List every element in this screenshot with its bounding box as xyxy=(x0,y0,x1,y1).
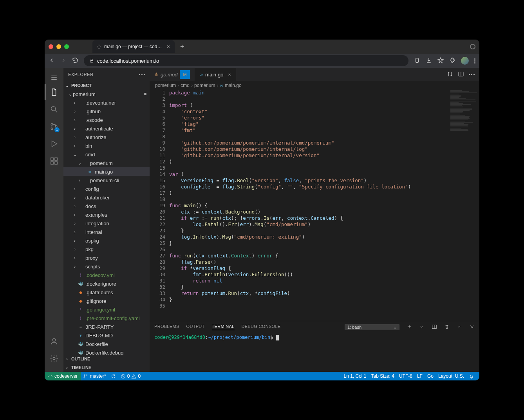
terminal-selector[interactable]: 1: bash ⌄ xyxy=(345,324,399,330)
editor-more-icon[interactable] xyxy=(469,74,475,75)
tree-folder[interactable]: ›examples xyxy=(63,210,150,219)
new-terminal-icon[interactable] xyxy=(407,324,412,330)
tree-folder[interactable]: ›pkg xyxy=(63,245,150,253)
editor-tab[interactable]: ⋔go.modM xyxy=(150,68,195,81)
tree-folder[interactable]: ›internal xyxy=(63,228,150,236)
tree-folder[interactable]: ›config xyxy=(63,185,150,193)
tree-folder[interactable]: ›scripts xyxy=(63,262,150,271)
tree-folder[interactable]: ›ospkg xyxy=(63,236,150,245)
tree-file[interactable]: ◆.gitattributes xyxy=(63,288,150,297)
compare-icon[interactable] xyxy=(447,71,453,78)
svg-rect-7 xyxy=(55,158,57,160)
tree-folder[interactable]: ⌄cmd xyxy=(63,150,150,159)
star-icon[interactable] xyxy=(437,57,444,65)
code-editor[interactable]: 1234567891011121314151617181920212223242… xyxy=(150,90,479,321)
split-editor-icon[interactable] xyxy=(458,71,464,78)
split-terminal-icon[interactable] xyxy=(419,324,425,330)
tree-folder[interactable]: ›.github xyxy=(63,107,150,116)
tree-file[interactable]: ◆.gitignore xyxy=(63,297,150,305)
close-panel-icon[interactable] xyxy=(469,324,475,330)
extensions-icon[interactable] xyxy=(449,57,455,65)
breadcrumb[interactable]: pomerium›cmd›pomerium›∞ main.go xyxy=(150,81,479,90)
tree-folder[interactable]: ›.vscode xyxy=(63,116,150,124)
tree-file[interactable]: 🐳Dockerfile.debug xyxy=(63,348,150,355)
lock-icon xyxy=(89,58,94,63)
maximize-panel-icon[interactable] xyxy=(457,324,462,330)
back-button[interactable] xyxy=(49,57,55,65)
tree-folder[interactable]: ⌄pomerium xyxy=(63,159,150,167)
encoding[interactable]: UTF-8 xyxy=(397,372,415,380)
tree-file[interactable]: ▾DEBUG.MD xyxy=(63,331,150,340)
tree-file[interactable]: !.pre-commit-config.yaml xyxy=(63,314,150,322)
git-branch[interactable]: master* xyxy=(81,372,108,380)
section-outline[interactable]: ›OUTLINE xyxy=(63,355,150,363)
tree-file[interactable]: 🐳.dockerignore xyxy=(63,279,150,288)
new-tab-button[interactable]: + xyxy=(180,43,184,51)
app-menu-icon[interactable] xyxy=(45,71,63,84)
source-control-icon[interactable]: 1 xyxy=(45,119,63,134)
kill-terminal-icon[interactable] xyxy=(444,324,450,330)
tree-root[interactable]: ⌄pomerium xyxy=(63,90,150,98)
sidebar-more-icon[interactable] xyxy=(139,74,145,75)
close-window[interactable] xyxy=(49,44,53,49)
extensions-view-icon[interactable] xyxy=(45,153,63,169)
layout-terminal-icon[interactable] xyxy=(432,324,437,330)
minimap[interactable] xyxy=(448,90,479,321)
settings-gear-icon[interactable] xyxy=(45,351,63,366)
minimize-window[interactable] xyxy=(56,44,61,49)
tree-folder[interactable]: ›authenticate xyxy=(63,124,150,133)
keyboard-layout[interactable]: Layout: U.S. xyxy=(436,372,466,380)
tree-folder[interactable]: ›pomerium-cli xyxy=(63,176,150,185)
forward-button[interactable] xyxy=(60,57,67,65)
tree-file[interactable]: !.golangci.yml xyxy=(63,305,150,314)
run-debug-icon[interactable] xyxy=(45,136,63,152)
tree-folder[interactable]: ›proxy xyxy=(63,253,150,262)
notifications-icon[interactable] xyxy=(466,372,476,380)
accounts-icon[interactable] xyxy=(45,333,63,349)
tree-folder[interactable]: ›integration xyxy=(63,219,150,228)
section-timeline[interactable]: ›TIMELINE xyxy=(63,363,150,372)
tree-file[interactable]: !.codecov.yml xyxy=(63,271,150,279)
language-mode[interactable]: Go xyxy=(425,372,436,380)
profile-avatar[interactable] xyxy=(461,57,469,65)
kebab-menu-icon[interactable] xyxy=(474,58,475,63)
browser-navbar: code.localhost.pomerium.io xyxy=(45,54,479,68)
panel-tab[interactable]: TERMINAL xyxy=(212,324,235,330)
editor-tab[interactable]: ∞main.go× xyxy=(195,68,236,81)
panel-tab[interactable]: OUTPUT xyxy=(186,324,205,330)
remote-indicator[interactable]: codeserver xyxy=(45,372,81,380)
maximize-window[interactable] xyxy=(64,44,69,49)
section-project[interactable]: ⌄PROJECT xyxy=(63,81,150,90)
panel-tab[interactable]: PROBLEMS xyxy=(154,324,179,330)
panel-tab[interactable]: DEBUG CONSOLE xyxy=(242,324,281,330)
eol[interactable]: LF xyxy=(415,372,425,380)
cursor-position[interactable]: Ln 1, Col 1 xyxy=(342,372,369,380)
chevron-icon[interactable] xyxy=(470,44,475,49)
svg-rect-9 xyxy=(55,162,57,164)
download-icon[interactable] xyxy=(426,57,432,65)
close-tab-icon[interactable]: × xyxy=(228,72,231,78)
terminal-body[interactable]: coder@929f14a68fd0:~/project/pomerium/bi… xyxy=(150,333,479,372)
browser-tab[interactable]: ⟨⟩ main.go — project — code-serv × xyxy=(92,40,175,53)
svg-rect-0 xyxy=(90,61,93,63)
clipboard-icon[interactable] xyxy=(414,57,420,65)
tree-folder[interactable]: ›authorize xyxy=(63,133,150,141)
svg-point-14 xyxy=(84,375,85,375)
search-icon[interactable] xyxy=(45,101,63,117)
tree-file[interactable]: ∞main.go xyxy=(63,167,150,176)
reload-button[interactable] xyxy=(72,57,78,65)
address-bar[interactable]: code.localhost.pomerium.io xyxy=(84,55,408,66)
code-content[interactable]: package main import ( "context" "errors"… xyxy=(169,90,479,321)
tree-file[interactable]: ≡3RD-PARTY xyxy=(63,322,150,331)
sync-button[interactable] xyxy=(108,372,118,380)
tree-folder[interactable]: ›docs xyxy=(63,202,150,210)
tree-folder[interactable]: ›databroker xyxy=(63,193,150,202)
problems-indicator[interactable]: 0 0 xyxy=(118,372,143,380)
explorer-icon[interactable] xyxy=(45,84,63,100)
tree-folder[interactable]: ›.devcontainer xyxy=(63,98,150,107)
tab-size[interactable]: Tab Size: 4 xyxy=(369,372,397,380)
tree-folder[interactable]: ›bin xyxy=(63,141,150,150)
close-tab-icon[interactable]: × xyxy=(167,43,170,50)
tree-file[interactable]: 🐳Dockerfile xyxy=(63,340,150,348)
svg-rect-6 xyxy=(51,158,53,160)
